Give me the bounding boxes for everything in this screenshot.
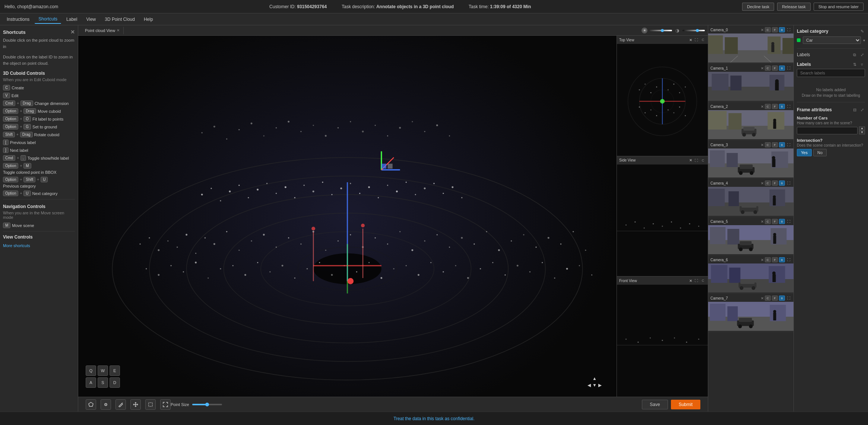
close-shortcuts-button[interactable]: ✕ <box>70 29 75 35</box>
camera-1-f-btn[interactable]: F <box>772 65 778 71</box>
fullscreen-button[interactable] <box>160 399 171 410</box>
camera-4-f-btn[interactable]: F <box>772 180 778 186</box>
camera-2-thumbnail[interactable] <box>708 110 793 139</box>
key-a-btn[interactable]: A <box>86 377 96 388</box>
camera-6-c-btn[interactable]: C <box>765 257 771 262</box>
camera-6-maximize[interactable]: ⛶ <box>786 257 791 262</box>
point-cloud-tab[interactable]: Point cloud View ✕ <box>81 27 124 34</box>
label-category-edit-btn[interactable]: ✎ <box>859 28 865 34</box>
close-top-view[interactable]: ✕ <box>689 38 692 42</box>
camera-2-f-btn[interactable]: F <box>772 104 778 109</box>
point-cloud-view[interactable]: Q W E A S D ▲ <box>78 36 617 397</box>
camera-7-maximize[interactable]: ⛶ <box>786 295 791 301</box>
pencil-tool-button[interactable] <box>115 399 126 410</box>
camera-2-c-btn[interactable]: C <box>765 104 771 109</box>
camera-3-b-btn[interactable]: B <box>779 142 785 147</box>
camera-7-b-btn[interactable]: B <box>779 295 785 301</box>
save-button[interactable]: Save <box>642 400 668 409</box>
camera-0-close[interactable]: ✕ <box>761 28 764 32</box>
camera-0-c-btn[interactable]: C <box>765 27 771 32</box>
camera-0-b-btn[interactable]: B <box>779 27 785 32</box>
camera-4-c-btn[interactable]: C <box>765 180 771 186</box>
camera-5-close[interactable]: ✕ <box>761 220 764 224</box>
num-cars-input[interactable] <box>797 127 858 134</box>
category-select[interactable]: Car Truck Pedestrian <box>803 36 861 44</box>
camera-7-c-btn[interactable]: C <box>765 295 771 301</box>
submit-button[interactable]: Submit <box>671 400 700 409</box>
key-q-btn[interactable]: Q <box>86 365 96 376</box>
side-view-content[interactable] <box>617 164 708 277</box>
menu-item-label[interactable]: Label <box>63 15 81 23</box>
move-tool-button[interactable] <box>130 399 141 410</box>
arrow-right-btn[interactable]: ▶ <box>598 383 602 388</box>
intersection-yes-button[interactable]: Yes <box>797 149 812 156</box>
camera-7-close[interactable]: ✕ <box>761 296 764 300</box>
camera-6-close[interactable]: ✕ <box>761 258 764 262</box>
camera-5-maximize[interactable]: ⛶ <box>786 219 791 224</box>
brightness-slider[interactable] <box>650 30 672 31</box>
camera-4-close[interactable]: ✕ <box>761 181 764 185</box>
labels-expand-icon[interactable]: ⤢ <box>859 52 865 58</box>
menu-item-shortcuts[interactable]: Shortcuts <box>35 15 61 24</box>
num-cars-increment[interactable]: ▲ <box>859 127 865 130</box>
decline-task-button[interactable]: Decline task <box>742 3 774 11</box>
point-size-slider[interactable] <box>192 404 222 405</box>
camera-6-f-btn[interactable]: F <box>772 257 778 262</box>
camera-4-b-btn[interactable]: B <box>779 180 785 186</box>
menu-item-view[interactable]: View <box>82 15 99 23</box>
camera-1-c-btn[interactable]: C <box>765 65 771 71</box>
camera-5-b-btn[interactable]: B <box>779 219 785 224</box>
camera-5-f-btn[interactable]: F <box>772 219 778 224</box>
labels-filter-btn[interactable]: ▿ <box>859 61 865 67</box>
camera-2-b-btn[interactable]: B <box>779 104 785 109</box>
polygon-tool-button[interactable] <box>86 399 96 410</box>
camera-3-maximize[interactable]: ⛶ <box>786 142 791 147</box>
num-cars-decrement[interactable]: ▼ <box>859 131 865 134</box>
frame-attrs-expand-btn[interactable]: ⤢ <box>859 107 865 113</box>
fullscreen-front-view[interactable]: ⛶ <box>694 278 699 283</box>
key-w-btn[interactable]: W <box>98 365 108 376</box>
camera-1-maximize[interactable]: ⛶ <box>786 65 791 71</box>
camera-7-f-btn[interactable]: F <box>772 295 778 301</box>
release-task-button[interactable]: Release task <box>777 3 811 11</box>
camera-3-close[interactable]: ✕ <box>761 143 764 147</box>
camera-1-thumbnail[interactable] <box>708 72 793 101</box>
camera-3-c-btn[interactable]: C <box>765 142 771 147</box>
arrow-down-btn[interactable]: ▼ <box>592 383 597 388</box>
search-labels-input[interactable] <box>797 69 865 77</box>
menu-item-help[interactable]: Help <box>140 15 157 23</box>
labels-filter-icon[interactable]: ⧉ <box>852 52 858 58</box>
labels-sort-btn[interactable]: ⇅ <box>852 61 858 67</box>
frame-attrs-minimize-btn[interactable]: ⊟ <box>852 107 858 113</box>
close-point-cloud-tab[interactable]: ✕ <box>117 28 120 32</box>
intersection-no-button[interactable]: No <box>813 149 827 156</box>
camera-5-c-btn[interactable]: C <box>765 219 771 224</box>
sync-top-view[interactable]: C <box>700 37 706 42</box>
camera-2-maximize[interactable]: ⛶ <box>786 104 791 109</box>
front-view-content[interactable] <box>617 285 708 397</box>
contrast-slider[interactable] <box>682 30 705 31</box>
camera-0-maximize[interactable]: ⛶ <box>786 27 791 32</box>
close-side-view[interactable]: ✕ <box>689 158 692 162</box>
camera-3-thumbnail[interactable] <box>708 148 793 178</box>
camera-4-maximize[interactable]: ⛶ <box>786 180 791 186</box>
camera-6-b-btn[interactable]: B <box>779 257 785 262</box>
sync-side-view[interactable]: C <box>700 158 706 163</box>
camera-0-f-btn[interactable]: F <box>772 27 778 32</box>
camera-1-b-btn[interactable]: B <box>779 65 785 71</box>
camera-0-thumbnail[interactable] <box>708 33 793 63</box>
camera-1-close[interactable]: ✕ <box>761 66 764 70</box>
camera-6-thumbnail[interactable] <box>708 263 793 293</box>
arrow-left-btn[interactable]: ◀ <box>587 383 591 388</box>
camera-4-thumbnail[interactable] <box>708 187 793 216</box>
camera-3-f-btn[interactable]: F <box>772 142 778 147</box>
arrow-up-btn[interactable]: ▲ <box>592 376 597 381</box>
select-region-button[interactable] <box>145 399 156 410</box>
sync-front-view[interactable]: C <box>700 278 706 283</box>
camera-7-thumbnail[interactable] <box>708 302 793 331</box>
camera-2-close[interactable]: ✕ <box>761 105 764 109</box>
top-view-content[interactable] <box>617 44 708 156</box>
fullscreen-side-view[interactable]: ⛶ <box>694 158 699 163</box>
point-tool-button[interactable] <box>101 399 111 410</box>
fullscreen-top-view[interactable]: ⛶ <box>694 37 699 42</box>
